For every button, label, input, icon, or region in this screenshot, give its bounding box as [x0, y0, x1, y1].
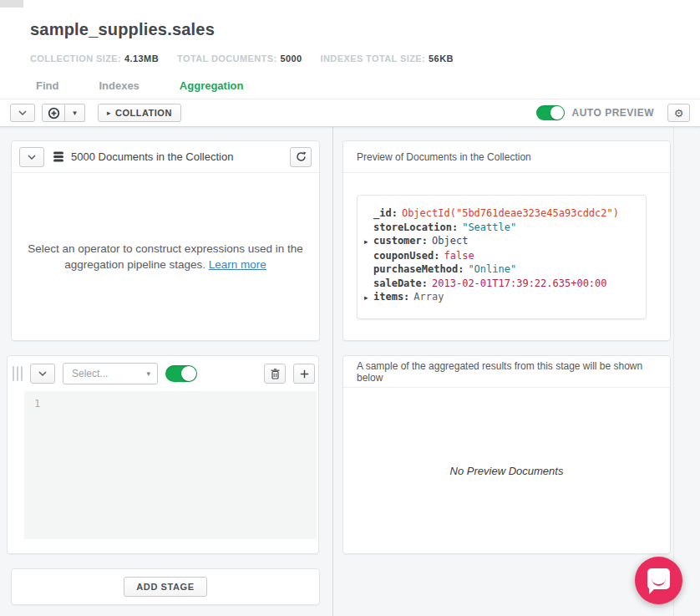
tab-find[interactable]: Find [36, 79, 58, 92]
document-field-id: _id:ObjectId("5bd761deae323e45a93cddc2") [364, 206, 637, 221]
collection-preview-header: Preview of Documents in the Collection [343, 141, 670, 173]
document-field-couponused: couponUsed:false [364, 249, 637, 263]
collapse-all-button[interactable] [10, 104, 35, 122]
tab-aggregation[interactable]: Aggregation [180, 79, 244, 92]
source-stage-header: 5000 Documents in the Collection [12, 141, 319, 173]
document-field-customer: ▸customer:Object [364, 234, 637, 249]
no-preview-documents-label: No Preview Documents [343, 388, 670, 553]
add-stage-card: ADD STAGE [11, 568, 320, 605]
delete-stage-button[interactable] [264, 364, 286, 384]
chevron-down-icon [18, 110, 27, 115]
toggle-knob [550, 106, 564, 120]
stage-editor-toolbar: Select... ▾ [8, 356, 318, 391]
collection-preview-card: Preview of Documents in the Collection _… [342, 140, 671, 341]
database-icon [53, 151, 64, 162]
caret-down-icon: ▾ [73, 109, 77, 117]
caret-down-icon: ▾ [146, 369, 150, 378]
stage-collapse-button[interactable] [30, 364, 55, 384]
add-stage-button[interactable]: ADD STAGE [124, 577, 206, 597]
intercom-chat-button[interactable] [635, 557, 682, 604]
settings-button[interactable]: ⚙ [667, 104, 690, 122]
trash-icon [271, 369, 280, 379]
plus-circle-icon [48, 107, 60, 120]
mongodb-compass-aggregation-view: sample_supplies.sales COLLECTION SIZE:4.… [0, 0, 700, 616]
panel-divider [332, 127, 333, 616]
stat-total-documents: TOTAL DOCUMENTS:5000 [177, 53, 302, 64]
stage-preview-card: A sample of the aggregated results from … [342, 355, 671, 554]
expand-caret-icon[interactable]: ▸ [364, 235, 373, 249]
chevron-down-icon [38, 371, 47, 376]
right-edge-line [673, 127, 674, 616]
expand-caret-icon[interactable]: ▸ [364, 291, 373, 305]
auto-preview-toggle[interactable] [536, 105, 565, 120]
add-stage-icon-button[interactable] [42, 104, 65, 122]
document-field-items: ▸items:Array [364, 290, 637, 305]
operator-placeholder: Select... [72, 368, 108, 379]
plus-icon [300, 369, 309, 379]
source-stage-collapse-button[interactable] [19, 147, 44, 167]
add-stage-menu-button[interactable]: ▾ [65, 104, 85, 122]
collation-expand-icon: ▸ [107, 109, 111, 117]
collation-toggle-button[interactable]: ▸ COLLATION [98, 104, 181, 122]
document-field-storelocation: storeLocation:"Seattle" [364, 221, 637, 235]
refresh-icon [296, 151, 307, 162]
operator-hint-text: Select an operator to construct expressi… [23, 241, 308, 272]
tab-indexes[interactable]: Indexes [99, 79, 139, 92]
learn-more-link[interactable]: Learn more [209, 258, 266, 271]
refresh-button[interactable] [290, 147, 312, 167]
source-stage-body: Select an operator to construct expressi… [12, 173, 319, 340]
stage-editor-card: Select... ▾ [7, 355, 319, 554]
toggle-knob [181, 366, 196, 381]
gear-icon: ⚙ [674, 108, 684, 119]
collection-tabs: Find Indexes Aggregation [36, 79, 243, 92]
chat-bubble-tail [649, 587, 657, 594]
source-stage-title: 5000 Documents in the Collection [53, 150, 233, 163]
stat-collection-size: COLLECTION SIZE:4.13MB [30, 53, 159, 64]
chevron-down-icon [28, 155, 36, 160]
stat-indexes-total-size: INDEXES TOTAL SIZE:56KB [321, 53, 454, 64]
stage-code-editor[interactable]: 1 [24, 391, 317, 539]
pipeline-toolbar: ▾ ▸ COLLATION AUTO PREVIEW ⚙ [0, 99, 700, 127]
collection-header: sample_supplies.sales COLLECTION SIZE:4.… [0, 0, 700, 99]
stage-drag-handle[interactable] [13, 366, 23, 381]
stage-enabled-toggle[interactable] [165, 365, 197, 382]
document-field-purchasemethod: purchaseMethod:"Online" [364, 262, 637, 277]
auto-preview-label: AUTO PREVIEW [572, 107, 654, 119]
collection-title: sample_supplies.sales [30, 20, 215, 39]
collection-stats: COLLECTION SIZE:4.13MB TOTAL DOCUMENTS:5… [30, 53, 454, 64]
document-field-saledate: saleDate:2013-02-01T17:39:22.635+00:00 [364, 277, 637, 291]
stage-preview-header: A sample of the aggregated results from … [343, 356, 670, 388]
editor-line-number: 1 [24, 391, 40, 539]
stage-operator-select[interactable]: Select... ▾ [63, 363, 158, 384]
collation-label: COLLATION [115, 108, 172, 118]
add-stage-after-button[interactable] [293, 364, 315, 384]
source-stage-card: 5000 Documents in the Collection Select … [11, 140, 320, 341]
window-corner-artifact [0, 0, 23, 8]
add-stage-split-button: ▾ [42, 104, 85, 122]
aggregation-content: 5000 Documents in the Collection Select … [0, 127, 700, 616]
preview-document-card[interactable]: _id:ObjectId("5bd761deae323e45a93cddc2")… [357, 195, 647, 319]
